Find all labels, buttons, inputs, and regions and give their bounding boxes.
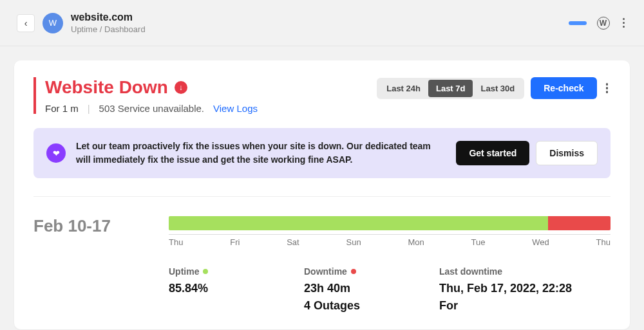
breadcrumb: Uptime / Dashboard	[71, 24, 561, 34]
banner-actions: Get started Dismiss	[456, 141, 598, 165]
status-heading: Website Down	[45, 77, 168, 98]
status-dot-green-icon	[203, 269, 208, 274]
banner-text: Let our team proactively fix the issues …	[76, 140, 446, 167]
dismiss-button[interactable]: Dismiss	[536, 141, 598, 165]
bar-segment-up	[169, 216, 548, 230]
get-started-button[interactable]: Get started	[456, 141, 529, 165]
stat-label: Last downtime	[439, 266, 572, 277]
stat-last-downtime-for: For	[439, 299, 572, 313]
status-block: Website Down ↓ For 1 m | 503 Service una…	[33, 77, 258, 114]
uptime-bar	[169, 216, 611, 230]
back-button[interactable]: ‹	[17, 14, 35, 32]
stats-row: Uptime 85.84% Downtime 23h 40m 4 Outages…	[169, 266, 611, 313]
status-subline: For 1 m | 503 Service unavailable. View …	[45, 103, 258, 114]
stat-uptime-value: 85.84%	[169, 282, 259, 295]
range-24h[interactable]: Last 24h	[379, 80, 428, 97]
axis-label: Sat	[287, 237, 299, 247]
recheck-button[interactable]: Re-check	[531, 77, 596, 99]
axis-label: Thu	[596, 237, 611, 247]
status-dot-red-icon	[351, 269, 356, 274]
chart-axis: Thu Fri Sat Sun Mon Tue Wed Thu	[169, 234, 611, 247]
site-title: website.com	[71, 12, 561, 23]
chevron-left-icon: ‹	[24, 18, 28, 28]
view-logs-link[interactable]: View Logs	[213, 103, 258, 114]
down-arrow-icon: ↓	[175, 81, 187, 94]
controls: Last 24h Last 7d Last 30d Re-check	[377, 77, 611, 99]
site-avatar: W	[43, 13, 63, 33]
stat-outages-value: 4 Outages	[304, 299, 394, 313]
heartbeat-icon: ❤	[46, 143, 66, 163]
range-7d[interactable]: Last 7d	[428, 80, 473, 97]
more-menu[interactable]	[620, 15, 628, 31]
chart-section: Feb 10-17 Thu Fri Sat Sun Mon Tue Wed Th…	[33, 216, 611, 313]
axis-label: Tue	[471, 237, 486, 247]
stat-downtime: Downtime 23h 40m 4 Outages	[304, 266, 394, 313]
promo-banner: ❤ Let our team proactively fix the issue…	[33, 128, 611, 178]
stat-uptime: Uptime 85.84%	[169, 266, 259, 313]
axis-label: Wed	[532, 237, 549, 247]
dashboard-card: Website Down ↓ For 1 m | 503 Service una…	[14, 60, 630, 329]
status-pill-icon	[569, 21, 587, 25]
wordpress-icon[interactable]: W	[597, 17, 610, 30]
axis-label: Mon	[408, 237, 424, 247]
card-more-menu[interactable]	[603, 80, 611, 96]
stat-last-downtime: Last downtime Thu, Feb 17, 2022, 22:28 F…	[439, 266, 572, 313]
header-actions: W	[569, 15, 628, 31]
chart-body: Thu Fri Sat Sun Mon Tue Wed Thu Uptime 8…	[169, 216, 611, 313]
axis-label: Thu	[169, 237, 183, 247]
bar-segment-down	[548, 216, 611, 230]
axis-label: Sun	[346, 237, 361, 247]
header-titles: website.com Uptime / Dashboard	[71, 12, 561, 34]
status-duration: For 1 m	[45, 103, 79, 114]
app-header: ‹ W website.com Uptime / Dashboard W	[0, 0, 644, 46]
range-group: Last 24h Last 7d Last 30d	[377, 78, 524, 99]
divider: |	[88, 103, 90, 114]
divider-line	[33, 196, 611, 197]
status-error-message: 503 Service unavailable.	[99, 103, 204, 114]
stat-label: Uptime	[169, 266, 259, 277]
status-title: Website Down ↓	[45, 77, 258, 98]
axis-label: Fri	[230, 237, 240, 247]
chart-date-range: Feb 10-17	[33, 216, 143, 236]
range-30d[interactable]: Last 30d	[473, 80, 522, 97]
stat-downtime-value: 23h 40m	[304, 282, 394, 295]
status-row: Website Down ↓ For 1 m | 503 Service una…	[33, 77, 611, 114]
stat-last-downtime-value: Thu, Feb 17, 2022, 22:28	[439, 282, 572, 295]
stat-label: Downtime	[304, 266, 394, 277]
